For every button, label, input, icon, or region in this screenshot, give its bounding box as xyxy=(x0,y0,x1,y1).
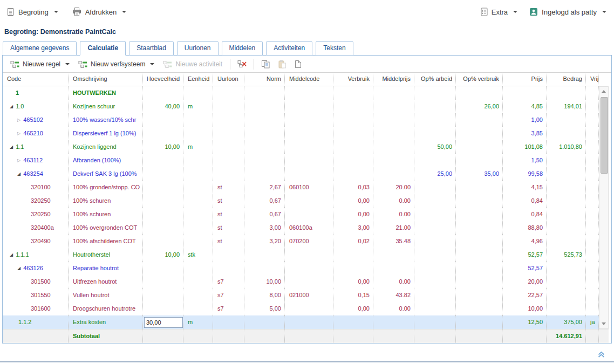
cell-verbr xyxy=(333,86,373,100)
cell-oms: Dekverf SAK 3 lg (100% xyxy=(69,167,143,181)
column-header-hoev[interactable]: Hoeveelheid xyxy=(143,73,183,85)
cell-opv xyxy=(456,86,503,100)
new-document-button[interactable] xyxy=(290,58,305,70)
table-row[interactable]: 301550Vullen houtrots78,000210000,1543.8… xyxy=(3,289,599,302)
cell-norm xyxy=(244,262,285,275)
tab-calculatie[interactable]: Calculatie xyxy=(80,41,126,56)
tab-staartblad[interactable]: Staartblad xyxy=(129,41,174,56)
user-menu-label: Ingelogd als patty xyxy=(542,8,597,16)
cell-verbr xyxy=(333,315,373,329)
table-row[interactable]: 320490100% afschilderen COTst3,200702000… xyxy=(3,235,599,248)
cell-hoev xyxy=(143,275,183,289)
column-header-eenh[interactable]: Eenheid xyxy=(183,73,213,85)
tree-expanded-icon[interactable]: ◢ xyxy=(10,140,13,154)
table-row[interactable]: ◢463254Dekverf SAK 3 lg (100%25,0035,009… xyxy=(3,167,599,181)
table-row[interactable]: 320100100% gronden/stopp. COst2,67060100… xyxy=(3,181,599,194)
column-header-mcode[interactable]: Middelcode xyxy=(285,73,333,85)
table-row[interactable]: 1HOUTWERKEN xyxy=(3,86,599,100)
tree-expanded-icon[interactable]: ◢ xyxy=(10,248,13,262)
column-header-code[interactable]: Code xyxy=(3,73,69,85)
tab-uurlonen[interactable]: Uurlonen xyxy=(177,41,219,56)
new-paintsystem-icon xyxy=(78,60,87,68)
scrollbar-thumb[interactable] xyxy=(601,97,608,174)
copy-button[interactable] xyxy=(257,58,274,70)
cell-code: ◢463254 xyxy=(3,167,69,181)
cell-prijs: 20,00 xyxy=(503,275,547,289)
column-header-uurl[interactable]: Uurloon xyxy=(213,73,244,85)
tree-collapsed-icon[interactable]: ▷ xyxy=(17,113,21,127)
tree-expanded-icon[interactable]: ◢ xyxy=(17,262,21,275)
cell-opv xyxy=(456,302,503,315)
cell-vrij xyxy=(586,127,599,140)
cell-opa xyxy=(414,221,456,235)
cell-uurl xyxy=(213,86,244,100)
column-header-opv[interactable]: Op% verbruik xyxy=(456,73,503,85)
begroting-menu[interactable]: Begroting xyxy=(6,8,58,16)
tree-collapsed-icon[interactable]: ▷ xyxy=(17,127,21,140)
vertical-scrollbar[interactable] xyxy=(599,86,609,329)
cell-prijs: 1,00 xyxy=(503,113,547,127)
extra-menu[interactable]: Extra xyxy=(480,8,517,16)
tab-algemene-gegevens[interactable]: Algemene gegevens xyxy=(3,41,77,56)
column-header-oms[interactable]: Omschrijving xyxy=(69,73,143,85)
table-row[interactable]: 320400a100% overgronden COTst3,00060100a… xyxy=(3,221,599,235)
cell-mcode xyxy=(285,100,333,113)
bottom-divider xyxy=(0,361,614,362)
nieuwe-activiteit-button[interactable]: Nieuwe activiteit xyxy=(159,58,227,70)
cell-hoev xyxy=(143,289,183,302)
column-header-opa[interactable]: Op% arbeid xyxy=(414,73,456,85)
nieuw-verfsysteem-button[interactable]: Nieuw verfsysteem xyxy=(74,58,159,70)
table-row[interactable]: ◢1.1Kozijnen liggend10,00m50,00101,081.0… xyxy=(3,140,599,154)
cell-verbr xyxy=(333,329,373,343)
cell-prijs: 0,84 xyxy=(503,194,547,208)
cell-uurl: s7 xyxy=(213,302,244,315)
cell-opv xyxy=(456,154,503,167)
tab-teksten[interactable]: Teksten xyxy=(316,41,353,56)
column-header-bedrag[interactable]: Bedrag xyxy=(547,73,586,85)
tab-bar: Algemene gegevensCalculatieStaartbladUur… xyxy=(3,41,614,56)
cell-eenh xyxy=(183,127,213,140)
cell-hoev: 40,00 xyxy=(143,100,183,113)
column-header-vrij[interactable]: Vrij xyxy=(586,73,599,85)
cell-eenh xyxy=(183,86,213,100)
afdrukken-menu[interactable]: Afdrukken xyxy=(72,8,127,16)
table-row[interactable]: 301600Droogschuren houtrotres75,000,000.… xyxy=(3,302,599,315)
table-row[interactable]: 320250100% schurenst0,670,000.000,84 xyxy=(3,208,599,221)
paste-button[interactable] xyxy=(274,58,290,70)
table-row[interactable]: ◢463126Reparatie houtrot52,57 xyxy=(3,262,599,275)
cell-mprijs: 43.82 xyxy=(373,289,414,302)
user-menu[interactable]: Ingelogd als patty xyxy=(529,8,606,16)
nieuwe-regel-button[interactable]: Nieuwe regel xyxy=(6,58,74,70)
cell-oms: Kozijnen schuur xyxy=(69,100,143,113)
column-header-prijs[interactable]: Prijs xyxy=(503,73,547,85)
table-row[interactable]: ▷465210Dispersieverf 1 lg (10%)3,85 xyxy=(3,127,599,140)
cell-opv xyxy=(456,181,503,194)
cell-code: 320250 xyxy=(3,194,69,208)
column-header-verbr[interactable]: Verbruik xyxy=(333,73,373,85)
tab-middelen[interactable]: Middelen xyxy=(222,41,263,56)
table-row[interactable]: ◢1.1.1Houtrotherstel10,00stk52,57525,73 xyxy=(3,248,599,262)
cell-mcode: 060100a xyxy=(285,221,333,235)
collapse-panel-button[interactable] xyxy=(597,351,605,360)
scroll-down-button[interactable] xyxy=(599,319,608,328)
table-row[interactable]: 320250100% schurenst0,670,000.000,84 xyxy=(3,194,599,208)
hoeveelheid-input[interactable] xyxy=(144,317,183,328)
column-header-mprijs[interactable]: Middelprijs xyxy=(373,73,414,85)
cell-vrij xyxy=(586,302,599,315)
tree-collapsed-icon[interactable]: ▷ xyxy=(17,154,21,167)
column-header-norm[interactable]: Norm xyxy=(244,73,285,85)
cell-mprijs xyxy=(373,140,414,154)
scroll-up-button[interactable] xyxy=(599,87,608,96)
tree-expanded-icon[interactable]: ◢ xyxy=(17,167,21,181)
tree-expanded-icon[interactable]: ◢ xyxy=(10,100,13,113)
table-row[interactable]: ▷465102100% wassen/10% schr1,00 xyxy=(3,113,599,127)
cell-verbr: 3,00 xyxy=(333,221,373,235)
cell-opa xyxy=(414,235,456,248)
tab-activiteiten[interactable]: Activiteiten xyxy=(266,41,312,56)
delete-row-button[interactable] xyxy=(234,58,250,70)
table-row[interactable]: ▷463112Afbranden (100%)1,50 xyxy=(3,154,599,167)
cell-code: 320250 xyxy=(3,208,69,221)
table-row[interactable]: 301500Uitfrezen houtrots710,000,000.0020… xyxy=(3,275,599,289)
table-row[interactable]: ◢1.0Kozijnen schuur40,00m26,004,85194,01 xyxy=(3,100,599,113)
table-row[interactable]: 1.1.2Extra kostenm12,50375,00ja xyxy=(3,315,599,329)
